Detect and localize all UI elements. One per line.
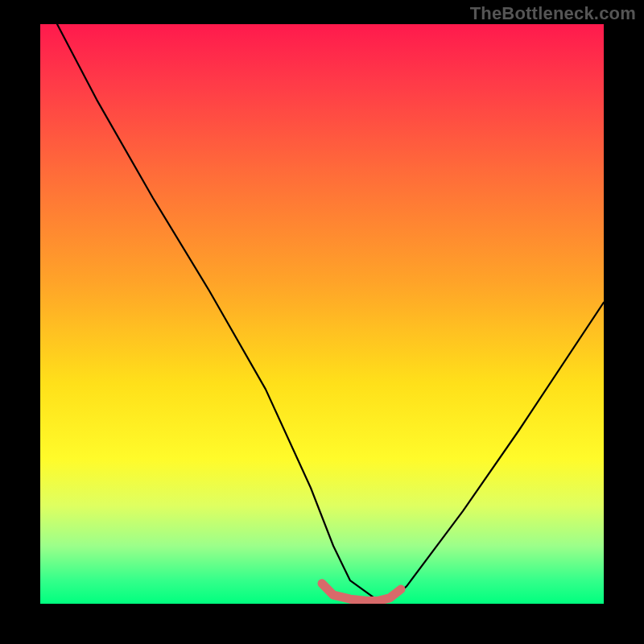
curve-layer (40, 24, 604, 604)
chart-frame: TheBottleneck.com (0, 0, 644, 644)
watermark-text: TheBottleneck.com (470, 3, 636, 24)
bottleneck-curve (57, 24, 604, 601)
plot-area (40, 24, 604, 604)
valley-floor-segment (322, 584, 401, 601)
